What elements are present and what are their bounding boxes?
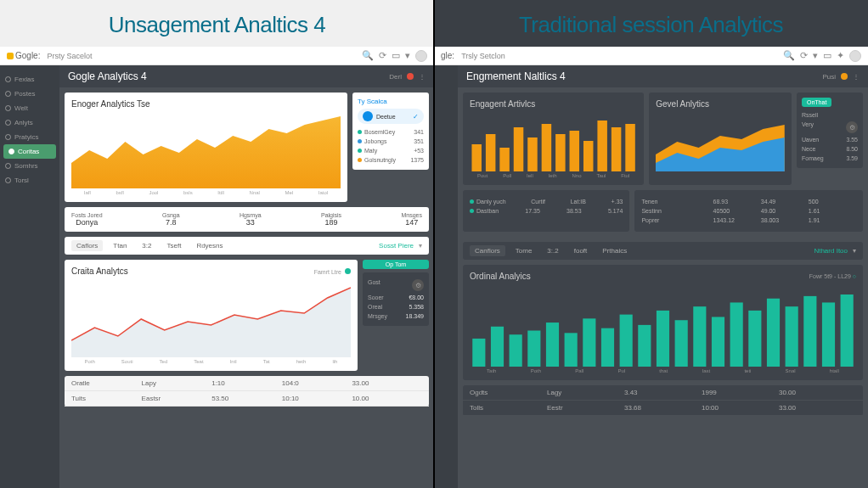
- stat-line: Nece8.50: [802, 144, 858, 154]
- mid-left-panel: Danly yuchCurtifLat:IB+.33Dastban17.3538…: [463, 190, 629, 232]
- toolbar-item[interactable]: 3:2: [137, 240, 156, 251]
- doc-icon[interactable]: ▭: [392, 50, 400, 61]
- toolbar-item[interactable]: fooft: [569, 245, 593, 256]
- more-icon[interactable]: ⋮: [419, 73, 426, 81]
- stat-line: Fomaeg3.59: [802, 154, 858, 163]
- svg-rect-10: [612, 127, 622, 171]
- toolbar-item[interactable]: Prthaics: [597, 245, 632, 256]
- line-chart: [71, 281, 351, 357]
- svg-rect-1: [486, 134, 496, 171]
- toolbar-item[interactable]: 3:.2: [542, 245, 563, 256]
- svg-rect-23: [675, 320, 688, 367]
- gift-icon[interactable]: ✦: [837, 50, 844, 61]
- metric: Palgisis189: [321, 212, 341, 227]
- side-panel-title: Ty Scalca: [358, 98, 424, 105]
- browser-bar: gle: Trsly Setclon 🔍 ⟳ ▾ ▭ ✦: [434, 47, 868, 65]
- svg-rect-9: [597, 121, 607, 171]
- toolbar-item[interactable]: Tseft: [161, 240, 186, 251]
- toolbar: CanflorsTome3:.2fooftPrthaicsNthard Itoo…: [463, 242, 863, 260]
- stat-line: Sestinn4050049.001.61: [641, 206, 856, 216]
- avatar[interactable]: [415, 50, 427, 62]
- bell-icon[interactable]: ▾: [405, 50, 410, 61]
- toolbar-item[interactable]: Tome: [510, 245, 538, 256]
- svg-rect-15: [527, 331, 540, 367]
- side-stats-panel: Ty Scalca Deetue✓ BosemlGey341Jobongs351…: [352, 93, 429, 170]
- stat-line: Mrsgey18.349: [368, 311, 424, 321]
- main-header: Engmement Naltlics 4 Pusi⋮: [458, 65, 868, 87]
- status-dot: [841, 73, 848, 80]
- toolbar-item[interactable]: Rdyesns: [191, 240, 228, 251]
- stat-line: Poprer1343.1238.0031.91: [641, 216, 856, 225]
- svg-rect-7: [570, 131, 580, 171]
- svg-rect-5: [542, 124, 552, 171]
- search-icon[interactable]: 🔍: [362, 50, 374, 61]
- area-chart: [71, 112, 341, 188]
- data-table: OgdtsLagy3.43199930.00TollsEestr33.6810:…: [463, 385, 863, 416]
- svg-rect-31: [822, 302, 835, 367]
- svg-rect-13: [491, 327, 504, 367]
- brand-logo: gle:: [441, 51, 454, 60]
- stat-line: Maty+53: [358, 146, 424, 155]
- toolbar-item[interactable]: Caflors: [71, 240, 103, 251]
- lower-chart-panel: Craita Analytcs Famrt Ltre PothSoutiTedT…: [65, 260, 358, 371]
- left-heading: Unsagement Analtics 4: [0, 0, 434, 47]
- svg-rect-19: [601, 328, 614, 367]
- metric: Mnsges147: [401, 212, 422, 227]
- tab-label[interactable]: Trsly Setclon: [461, 52, 505, 60]
- panel-title: Engagent Artivlcs: [470, 99, 637, 109]
- stacked-area-chart: [656, 112, 785, 171]
- sidebar: FexlasPostesWeltAnlytsPratyicsCoritasSom…: [0, 65, 59, 488]
- bar-chart: [470, 112, 637, 171]
- svg-rect-16: [546, 323, 559, 367]
- badge-row[interactable]: Deetue✓: [358, 109, 424, 124]
- svg-rect-22: [657, 311, 669, 367]
- refresh-icon[interactable]: ⟳: [800, 50, 808, 61]
- sidebar-item[interactable]: Fexlas: [0, 72, 59, 87]
- stats-pill: OnThat: [802, 98, 831, 107]
- sidebar-item[interactable]: Coritas: [3, 144, 56, 159]
- refresh-icon[interactable]: ⟳: [379, 50, 386, 61]
- svg-rect-25: [712, 317, 724, 367]
- sidebar-item[interactable]: Anlyts: [0, 115, 59, 130]
- bar-chart-panel: Engagent Artivlcs PoutPollIellIethNnoTau…: [463, 93, 644, 185]
- sidebar: [434, 65, 458, 488]
- bar-chart-lower: [470, 286, 856, 367]
- tab-label[interactable]: Prsty Sacelot: [47, 52, 92, 60]
- sidebar-item[interactable]: Welt: [0, 101, 59, 115]
- status-dot: [407, 73, 414, 80]
- svg-rect-3: [514, 127, 524, 171]
- inbox-icon[interactable]: ▭: [823, 50, 831, 61]
- lower-subtitle: Famrt Ltre: [314, 268, 351, 275]
- table-row: OgdtsLagy3.43199930.00: [463, 385, 863, 401]
- sidebar-item[interactable]: Pratyics: [0, 130, 59, 144]
- stat-line: BosemlGey341: [358, 127, 424, 137]
- more-icon[interactable]: ⋮: [853, 73, 860, 81]
- stats-panel: OnThat RssellVery⚙Uaven3.55Nece8.50Fomae…: [797, 93, 863, 168]
- search-icon[interactable]: 🔍: [783, 50, 795, 61]
- stat-line: Very⚙: [802, 120, 858, 135]
- action-pill[interactable]: Op Tom: [363, 260, 429, 269]
- stat-line: Uaven3.55: [802, 135, 858, 144]
- toolbar-right[interactable]: Nthard Itoo: [814, 247, 848, 255]
- toolbar-item[interactable]: Canflors: [470, 245, 505, 256]
- toolbar: CaflorsTtan3:2TseftRdyesnsSosst Piere▾: [65, 237, 429, 255]
- stat-line: Golsnutngly1375: [358, 155, 424, 165]
- metric: Hgsmya33: [240, 212, 262, 227]
- toolbar-right[interactable]: Sosst Piere: [379, 242, 414, 250]
- lower-title: Ordinal Analyics: [470, 272, 531, 281]
- lower-side-stats: Gost⚙Sooer€8.00Oreal5.358Mrsgey18.349: [363, 272, 429, 326]
- bell-icon[interactable]: ▾: [813, 50, 818, 61]
- sidebar-item[interactable]: Somhrs: [0, 159, 59, 173]
- svg-rect-27: [748, 311, 761, 367]
- svg-rect-2: [499, 148, 510, 171]
- metric: Fosts JoredDonya: [71, 212, 103, 227]
- metric: Gsnga7.8: [162, 212, 180, 227]
- brand-logo: Gogle:: [7, 51, 40, 60]
- sidebar-item[interactable]: Postes: [0, 87, 59, 101]
- sidebar-item[interactable]: Torsl: [0, 173, 59, 188]
- area-chart-panel: Gevel Anlytics: [649, 93, 792, 185]
- table-row: TollsEestr33.6810:0033.00: [463, 401, 863, 416]
- avatar[interactable]: [849, 50, 861, 62]
- toolbar-item[interactable]: Ttan: [108, 240, 132, 251]
- stat-line: Jobongs351: [358, 137, 424, 146]
